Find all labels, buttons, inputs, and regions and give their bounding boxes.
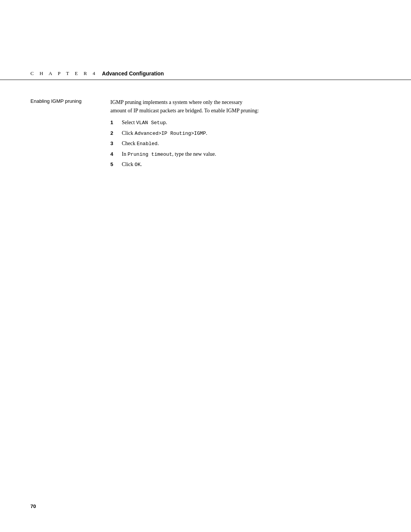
intro-paragraph: IGMP pruning implements a system where o…	[110, 98, 381, 115]
page-number: 70	[30, 503, 36, 509]
step-number-5: 5	[110, 161, 119, 168]
step-text-2: Click Advanced>IP Routing>IGMP.	[122, 129, 207, 137]
step-text-4: In Pruning timeout, type the new value.	[122, 150, 216, 158]
step-4: 4 In Pruning timeout, type the new value…	[110, 150, 381, 158]
step-2: 2 Click Advanced>IP Routing>IGMP.	[110, 129, 381, 137]
step-5: 5 Click OK.	[110, 160, 381, 169]
step-text-3: Check Enabled.	[122, 139, 159, 148]
step-text-5: Click OK.	[122, 160, 142, 169]
chapter-header: C H A P T E R 4 Advanced Configuration	[0, 0, 411, 80]
content-area: Enabling IGMP pruning IGMP pruning imple…	[0, 80, 411, 201]
chapter-label: C H A P T E R 4	[30, 70, 97, 77]
step-number-2: 2	[110, 129, 119, 137]
section-label: Enabling IGMP pruning	[30, 98, 110, 104]
step-1: 1 Select VLAN Setup.	[110, 118, 381, 127]
section-row: Enabling IGMP pruning IGMP pruning imple…	[30, 98, 381, 171]
step-3: 3 Check Enabled.	[110, 139, 381, 148]
step-text-1: Select VLAN Setup.	[122, 118, 167, 127]
page: C H A P T E R 4 Advanced Configuration E…	[0, 0, 411, 532]
step-number-3: 3	[110, 140, 119, 147]
chapter-title: Advanced Configuration	[102, 70, 164, 77]
step-number-4: 4	[110, 150, 119, 158]
step-number-1: 1	[110, 119, 119, 126]
section-content: IGMP pruning implements a system where o…	[110, 98, 381, 171]
steps-list: 1 Select VLAN Setup. 2 Click Advanced>IP…	[110, 118, 381, 169]
